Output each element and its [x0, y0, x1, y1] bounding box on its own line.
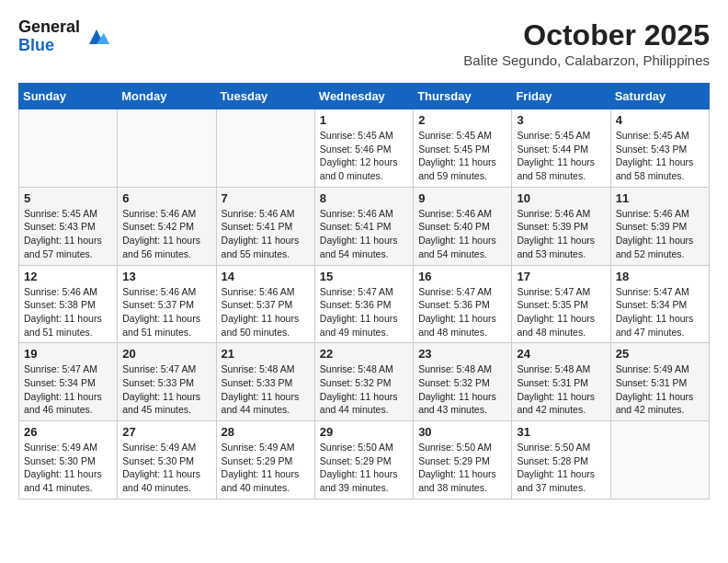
day-info: Sunrise: 5:47 AM Sunset: 5:36 PM Dayligh…	[418, 285, 506, 339]
calendar-week-4: 19Sunrise: 5:47 AM Sunset: 5:34 PM Dayli…	[19, 343, 710, 421]
day-info: Sunrise: 5:45 AM Sunset: 5:46 PM Dayligh…	[320, 129, 408, 183]
day-number: 7	[222, 191, 310, 205]
calendar-week-2: 5Sunrise: 5:45 AM Sunset: 5:43 PM Daylig…	[19, 187, 710, 265]
calendar-cell: 4Sunrise: 5:45 AM Sunset: 5:43 PM Daylig…	[610, 109, 709, 188]
day-number: 10	[517, 191, 605, 205]
day-number: 3	[517, 113, 605, 127]
day-number: 29	[320, 425, 408, 439]
logo-icon	[84, 24, 109, 50]
calendar-week-3: 12Sunrise: 5:46 AM Sunset: 5:38 PM Dayli…	[19, 265, 710, 343]
day-number: 21	[222, 347, 310, 361]
day-info: Sunrise: 5:48 AM Sunset: 5:32 PM Dayligh…	[320, 362, 408, 417]
calendar-cell: 23Sunrise: 5:48 AM Sunset: 5:32 PM Dayli…	[414, 343, 512, 421]
calendar-cell: 5Sunrise: 5:45 AM Sunset: 5:43 PM Daylig…	[19, 187, 118, 265]
calendar-cell: 7Sunrise: 5:46 AM Sunset: 5:41 PM Daylig…	[216, 187, 314, 265]
day-info: Sunrise: 5:46 AM Sunset: 5:38 PM Dayligh…	[24, 285, 112, 339]
calendar-cell: 3Sunrise: 5:45 AM Sunset: 5:44 PM Daylig…	[512, 109, 610, 188]
day-info: Sunrise: 5:46 AM Sunset: 5:39 PM Dayligh…	[616, 207, 704, 261]
day-number: 8	[320, 191, 408, 205]
day-info: Sunrise: 5:47 AM Sunset: 5:34 PM Dayligh…	[24, 362, 112, 417]
day-info: Sunrise: 5:50 AM Sunset: 5:28 PM Dayligh…	[517, 441, 605, 495]
day-number: 27	[122, 425, 210, 439]
day-number: 15	[320, 270, 408, 283]
calendar-cell	[216, 109, 314, 188]
title-section: October 2025 Balite Segundo, Calabarzon,…	[463, 18, 710, 68]
day-info: Sunrise: 5:45 AM Sunset: 5:43 PM Dayligh…	[616, 129, 704, 183]
day-number: 26	[24, 425, 112, 439]
day-info: Sunrise: 5:49 AM Sunset: 5:30 PM Dayligh…	[122, 441, 210, 495]
day-number: 16	[418, 270, 506, 283]
calendar-cell	[610, 421, 709, 500]
calendar-header-row: SundayMondayTuesdayWednesdayThursdayFrid…	[19, 84, 710, 109]
weekday-header-sunday: Sunday	[19, 84, 118, 109]
day-number: 4	[616, 113, 704, 127]
day-info: Sunrise: 5:46 AM Sunset: 5:42 PM Dayligh…	[122, 207, 210, 261]
day-info: Sunrise: 5:46 AM Sunset: 5:37 PM Dayligh…	[222, 285, 310, 339]
day-info: Sunrise: 5:46 AM Sunset: 5:41 PM Dayligh…	[320, 207, 408, 261]
day-number: 28	[222, 425, 310, 439]
day-number: 14	[222, 270, 310, 283]
calendar-cell: 1Sunrise: 5:45 AM Sunset: 5:46 PM Daylig…	[314, 109, 413, 188]
calendar-cell	[19, 109, 118, 188]
calendar-cell: 14Sunrise: 5:46 AM Sunset: 5:37 PM Dayli…	[216, 265, 314, 343]
calendar-cell: 20Sunrise: 5:47 AM Sunset: 5:33 PM Dayli…	[118, 343, 216, 421]
weekday-header-tuesday: Tuesday	[216, 84, 314, 109]
calendar-cell: 22Sunrise: 5:48 AM Sunset: 5:32 PM Dayli…	[314, 343, 413, 421]
calendar-cell: 17Sunrise: 5:47 AM Sunset: 5:35 PM Dayli…	[512, 265, 610, 343]
calendar-cell	[118, 109, 216, 188]
month-year: October 2025	[463, 18, 710, 52]
day-number: 6	[122, 191, 210, 205]
weekday-header-monday: Monday	[118, 84, 216, 109]
day-info: Sunrise: 5:50 AM Sunset: 5:29 PM Dayligh…	[418, 441, 506, 495]
logo-general: General	[18, 18, 80, 37]
calendar-table: SundayMondayTuesdayWednesdayThursdayFrid…	[18, 83, 710, 500]
calendar-cell: 8Sunrise: 5:46 AM Sunset: 5:41 PM Daylig…	[314, 187, 413, 265]
day-info: Sunrise: 5:50 AM Sunset: 5:29 PM Dayligh…	[320, 441, 408, 495]
day-number: 12	[24, 270, 112, 283]
day-number: 1	[320, 113, 408, 127]
calendar-cell: 21Sunrise: 5:48 AM Sunset: 5:33 PM Dayli…	[216, 343, 314, 421]
weekday-header-thursday: Thursday	[414, 84, 512, 109]
calendar-cell: 11Sunrise: 5:46 AM Sunset: 5:39 PM Dayli…	[610, 187, 709, 265]
calendar-cell: 12Sunrise: 5:46 AM Sunset: 5:38 PM Dayli…	[19, 265, 118, 343]
calendar-cell: 10Sunrise: 5:46 AM Sunset: 5:39 PM Dayli…	[512, 187, 610, 265]
calendar-body: 1Sunrise: 5:45 AM Sunset: 5:46 PM Daylig…	[19, 109, 710, 500]
weekday-header-wednesday: Wednesday	[314, 84, 413, 109]
day-number: 5	[24, 191, 112, 205]
calendar-week-5: 26Sunrise: 5:49 AM Sunset: 5:30 PM Dayli…	[19, 421, 710, 500]
location: Balite Segundo, Calabarzon, Philippines	[463, 52, 710, 68]
calendar-cell: 19Sunrise: 5:47 AM Sunset: 5:34 PM Dayli…	[19, 343, 118, 421]
calendar-cell: 9Sunrise: 5:46 AM Sunset: 5:40 PM Daylig…	[414, 187, 512, 265]
weekday-header-saturday: Saturday	[610, 84, 709, 109]
calendar-cell: 6Sunrise: 5:46 AM Sunset: 5:42 PM Daylig…	[118, 187, 216, 265]
day-info: Sunrise: 5:47 AM Sunset: 5:33 PM Dayligh…	[122, 362, 210, 417]
day-number: 30	[418, 425, 506, 439]
calendar-cell: 16Sunrise: 5:47 AM Sunset: 5:36 PM Dayli…	[414, 265, 512, 343]
day-info: Sunrise: 5:49 AM Sunset: 5:31 PM Dayligh…	[616, 362, 704, 417]
day-info: Sunrise: 5:47 AM Sunset: 5:35 PM Dayligh…	[517, 285, 605, 339]
logo: General Blue	[18, 18, 109, 55]
day-info: Sunrise: 5:45 AM Sunset: 5:45 PM Dayligh…	[418, 129, 506, 183]
calendar-week-1: 1Sunrise: 5:45 AM Sunset: 5:46 PM Daylig…	[19, 109, 710, 188]
day-info: Sunrise: 5:45 AM Sunset: 5:43 PM Dayligh…	[24, 207, 112, 261]
logo-blue: Blue	[18, 37, 80, 55]
day-info: Sunrise: 5:48 AM Sunset: 5:33 PM Dayligh…	[222, 362, 310, 417]
calendar-cell: 24Sunrise: 5:48 AM Sunset: 5:31 PM Dayli…	[512, 343, 610, 421]
calendar-cell: 26Sunrise: 5:49 AM Sunset: 5:30 PM Dayli…	[19, 421, 118, 500]
day-info: Sunrise: 5:46 AM Sunset: 5:40 PM Dayligh…	[418, 207, 506, 261]
day-info: Sunrise: 5:48 AM Sunset: 5:32 PM Dayligh…	[418, 362, 506, 417]
day-number: 9	[418, 191, 506, 205]
calendar-cell: 31Sunrise: 5:50 AM Sunset: 5:28 PM Dayli…	[512, 421, 610, 500]
calendar-cell: 28Sunrise: 5:49 AM Sunset: 5:29 PM Dayli…	[216, 421, 314, 500]
day-number: 25	[616, 347, 704, 361]
day-number: 17	[517, 270, 605, 283]
day-number: 20	[122, 347, 210, 361]
day-info: Sunrise: 5:47 AM Sunset: 5:36 PM Dayligh…	[320, 285, 408, 339]
day-number: 22	[320, 347, 408, 361]
calendar-cell: 13Sunrise: 5:46 AM Sunset: 5:37 PM Dayli…	[118, 265, 216, 343]
calendar-cell: 25Sunrise: 5:49 AM Sunset: 5:31 PM Dayli…	[610, 343, 709, 421]
calendar-cell: 18Sunrise: 5:47 AM Sunset: 5:34 PM Dayli…	[610, 265, 709, 343]
day-info: Sunrise: 5:45 AM Sunset: 5:44 PM Dayligh…	[517, 129, 605, 183]
calendar-cell: 30Sunrise: 5:50 AM Sunset: 5:29 PM Dayli…	[414, 421, 512, 500]
day-number: 23	[418, 347, 506, 361]
